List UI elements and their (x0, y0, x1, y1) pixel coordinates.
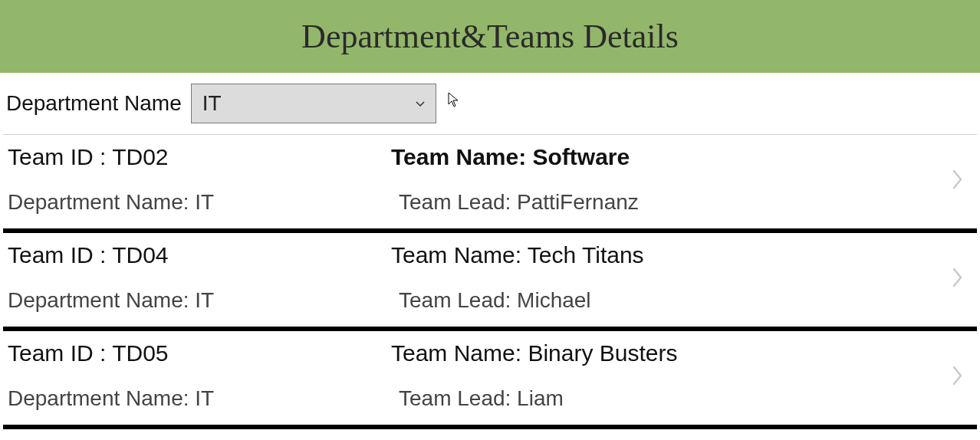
chevron-right-icon (939, 242, 977, 313)
team-lead: Team Lead: Michael (391, 288, 939, 313)
team-name: Team Name: Software (391, 144, 939, 170)
teams-list: Team ID : TD02Team Name: SoftwareDepartm… (3, 134, 977, 429)
team-lead: Team Lead: Liam (391, 386, 939, 411)
page-title: Department&Teams Details (301, 17, 679, 56)
department-name: Department Name: IT (8, 190, 391, 215)
department-select-value: IT (202, 91, 222, 116)
team-id: Team ID : TD02 (8, 144, 391, 170)
team-row[interactable]: Team ID : TD05Team Name: Binary BustersD… (3, 331, 977, 429)
team-lead: Team Lead: PattiFernanz (391, 190, 939, 215)
chevron-right-icon (939, 144, 977, 215)
team-id: Team ID : TD04 (8, 242, 391, 268)
team-name: Team Name: Binary Busters (391, 340, 939, 366)
filter-row: Department Name IT (0, 73, 980, 134)
team-name: Team Name: Tech Titans (391, 242, 939, 268)
department-filter-label: Department Name (6, 91, 182, 116)
team-id: Team ID : TD05 (8, 340, 391, 366)
department-name: Department Name: IT (8, 288, 391, 313)
chevron-down-icon (416, 97, 425, 110)
page-header: Department&Teams Details (0, 0, 980, 73)
department-name: Department Name: IT (8, 386, 391, 411)
department-select[interactable]: IT (191, 84, 436, 123)
team-row[interactable]: Team ID : TD04Team Name: Tech TitansDepa… (3, 233, 977, 331)
chevron-right-icon (939, 340, 977, 411)
team-row[interactable]: Team ID : TD02Team Name: SoftwareDepartm… (3, 135, 977, 233)
